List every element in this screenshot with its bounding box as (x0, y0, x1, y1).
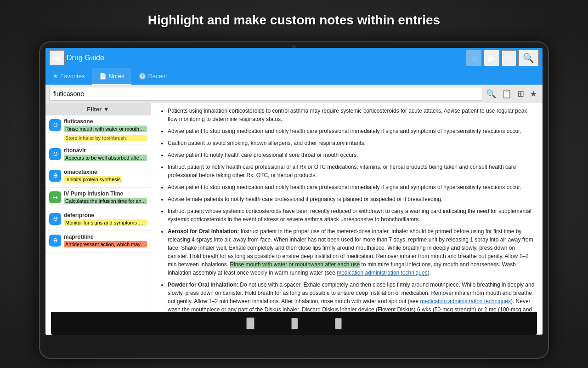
bullet-item: Instruct patient to notify health care p… (168, 163, 535, 179)
notes-icon: 📄 (99, 73, 107, 80)
favorites-icon: ★ (53, 73, 58, 80)
list-item[interactable]: Ɵ ritonavir Appears to be well absorbed … (45, 144, 151, 166)
tab-notes[interactable]: 📄 Notes (92, 68, 131, 85)
admin-link-2[interactable]: medication administration techniques (420, 298, 510, 305)
android-recent-button[interactable]: □ (335, 318, 342, 329)
tablet-screen: ◀ Drug Guide ◀ ▶ ⌂ 🔍 ★ Favorites 📄 Notes… (45, 48, 543, 335)
item-content-maprotiline: maprotiline Antidepressant action, which… (64, 234, 147, 249)
list-item[interactable]: Ɵ omacetaxine Inhibits protein synthesis (45, 166, 151, 188)
item-highlight: Antidepressant action, which may develo.… (64, 241, 147, 247)
item-name: ritonavir (64, 147, 147, 154)
tab-favorites-label: Favorites (60, 73, 85, 80)
tabs-row: ★ Favorites 📄 Notes 🕐 Recent (45, 68, 543, 85)
app-nav-bar: ◀ Drug Guide ◀ ▶ ⌂ 🔍 (45, 48, 543, 68)
bullet-item: Instruct patient whose systemic corticos… (168, 207, 535, 224)
tab-recent-label: Recent (148, 73, 167, 80)
sidebar: Filter ▼ Ɵ fluticasone Rinse mouth with … (45, 103, 151, 335)
item-name: fluticasone (64, 118, 147, 125)
item-content-iv-pump: IV Pump Infusion Time Calculates the inf… (64, 190, 147, 206)
tablet-frame: ◀ Drug Guide ◀ ▶ ⌂ 🔍 ★ Favorites 📄 Notes… (39, 41, 549, 359)
bullet-item: Advise patient to stop using medication … (168, 127, 535, 135)
item-name: omacetaxine (64, 169, 147, 175)
nav-home-button[interactable]: ⌂ (502, 50, 516, 66)
nav-next-button[interactable]: ▶ (484, 50, 500, 66)
list-item[interactable]: Ɵ fluticasone Rinse mouth with water or … (45, 115, 151, 144)
item-highlight: Inhibits protein synthesis (64, 176, 122, 183)
item-icon-omacetaxine: Ɵ (49, 170, 61, 182)
item-note: Store inhaler by toothbrush (64, 135, 147, 141)
document-icon-button[interactable]: 📋 (500, 88, 514, 100)
page-title: Highlight and make custom notes within e… (0, 13, 588, 28)
item-content-ritonavir: ritonavir Appears to be well absorbed af… (64, 147, 147, 163)
search-icon-button[interactable]: 🔍 (484, 88, 498, 100)
item-content-omacetaxine: omacetaxine Inhibits protein synthesis (64, 169, 147, 184)
bullet-item-aerosol: Aerosol for Oral Inhalation: Instruct pa… (168, 227, 535, 277)
sidebar-list: Ɵ fluticasone Rinse mouth with water or … (45, 115, 151, 335)
item-icon-fluticasone: Ɵ (49, 119, 61, 131)
content-panel[interactable]: Patients using inhalation corticosteroid… (151, 103, 543, 335)
grid-icon-button[interactable]: ⊞ (515, 88, 526, 100)
list-item[interactable]: +÷ IV Pump Infusion Time Calculates the … (45, 188, 151, 209)
item-highlight: Calculates the infusion time for an... (64, 198, 147, 204)
recent-icon: 🕐 (139, 73, 146, 80)
item-highlight: Rinse mouth with water or mouthwash... (64, 126, 147, 132)
nav-icons: ◀ ▶ ⌂ 🔍 (466, 50, 539, 66)
bullet-item: Advise patient to notify health care pro… (168, 151, 535, 159)
item-name: deferiprone (64, 212, 147, 218)
tab-favorites[interactable]: ★ Favorites (45, 68, 92, 85)
item-content-fluticasone: fluticasone Rinse mouth with water or mo… (64, 118, 147, 141)
item-highlight: Monitor for signs and symptoms of... (64, 219, 147, 226)
item-icon-deferiprone: Ɵ (49, 213, 61, 225)
tab-recent[interactable]: 🕐 Recent (131, 68, 174, 85)
item-highlight: Appears to be well absorbed after oral..… (64, 155, 147, 161)
search-input[interactable] (49, 87, 482, 101)
item-name: maprotiline (64, 234, 147, 240)
bullet-item: Caution patient to avoid smoking, known … (168, 139, 535, 147)
bullet-item: Patients using inhalation corticosteroid… (168, 107, 535, 123)
list-item[interactable]: Ɵ maprotiline Antidepressant action, whi… (45, 231, 151, 253)
bullet-item: Advise patient to stop using medication … (168, 183, 535, 191)
main-content: Filter ▼ Ɵ fluticasone Rinse mouth with … (45, 103, 543, 335)
nav-prev-button[interactable]: ◀ (466, 50, 482, 66)
star-icon-button[interactable]: ★ (528, 88, 539, 100)
android-home-button[interactable]: ○ (291, 318, 298, 329)
list-item[interactable]: Ɵ deferiprone Monitor for signs and symp… (45, 209, 151, 231)
item-icon-iv-pump: +÷ (49, 191, 61, 203)
item-name: IV Pump Infusion Time (64, 190, 147, 197)
item-icon-ritonavir: Ɵ (49, 148, 61, 160)
nav-back-button[interactable]: ◀ (49, 50, 65, 66)
app-title: Drug Guide (65, 54, 466, 62)
item-icon-maprotiline: Ɵ (49, 235, 61, 247)
item-content-deferiprone: deferiprone Monitor for signs and sympto… (64, 212, 147, 228)
filter-label: Filter ▼ (87, 106, 109, 113)
android-back-button[interactable]: ◁ (246, 317, 254, 329)
search-bar: 🔍 📋 ⊞ ★ (45, 85, 543, 103)
filter-bar[interactable]: Filter ▼ (45, 103, 151, 115)
tab-notes-label: Notes (108, 73, 124, 80)
nav-search-button[interactable]: 🔍 (518, 50, 539, 66)
bullet-item: Advise female patients to notify health … (168, 195, 535, 203)
highlighted-text: Rinse mouth with water or mouthwash afte… (230, 261, 360, 268)
android-bar: ◁ ○ □ (51, 312, 537, 335)
admin-link[interactable]: medication administration techniques (337, 270, 427, 276)
